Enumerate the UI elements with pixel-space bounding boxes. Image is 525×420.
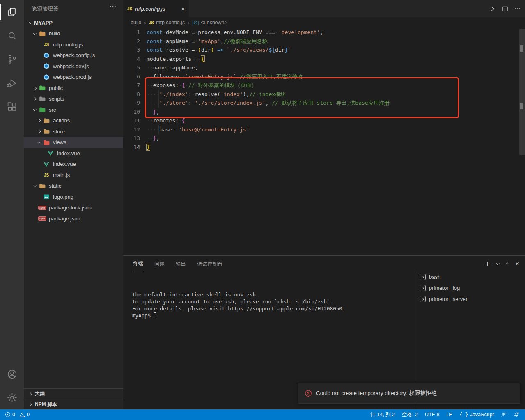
tree-item-src[interactable]: src: [24, 104, 123, 115]
tree-item-mfp-config-js[interactable]: JSmfp.config.js: [24, 39, 123, 50]
webpack-file-icon: [42, 63, 50, 69]
tree-item-views[interactable]: views: [24, 137, 123, 148]
feedback-icon[interactable]: [501, 412, 507, 418]
line-number: 13: [123, 134, 143, 143]
notifications-bell-icon[interactable]: [514, 412, 519, 418]
language-mode[interactable]: { } JavaScript: [459, 412, 494, 418]
code-line-7[interactable]: 7··exposes:·{·//·对外暴露的模块（页面）: [123, 81, 525, 90]
tree-item-label: package.json: [49, 216, 80, 222]
tree-root-myapp[interactable]: MYAPP: [24, 17, 123, 28]
code-line-6[interactable]: 6··filename:·`remoteEntry.js`,//微应用入口,不建…: [123, 72, 525, 81]
chevron-down-icon: [27, 22, 34, 23]
tree-item-static[interactable]: static: [24, 181, 123, 192]
activity-settings-gear-icon[interactable]: [0, 387, 24, 408]
error-circle-icon: [305, 390, 312, 397]
panel-tab-终端[interactable]: 终端: [133, 256, 143, 271]
notification-toast[interactable]: Could not create temporary directory: 权限…: [298, 383, 520, 404]
chevron-down-icon: [31, 109, 38, 110]
maximize-panel-icon[interactable]: [506, 262, 509, 266]
panel-tab-输出[interactable]: 输出: [176, 257, 186, 271]
activity-account-icon[interactable]: [0, 364, 24, 384]
tree-item-main-js[interactable]: JSmain.js: [24, 170, 123, 181]
eol-setting[interactable]: LF: [446, 412, 452, 418]
chevron-down-icon[interactable]: [497, 263, 499, 264]
tree-item-package-lock-json[interactable]: npmpackage-lock.json: [24, 202, 123, 213]
npm-file-icon: npm: [38, 215, 46, 222]
editor-more-actions-icon[interactable]: ⋯: [514, 5, 521, 12]
activity-source-control-icon[interactable]: [0, 49, 24, 69]
tree-item-scripts[interactable]: scripts: [24, 94, 123, 105]
panel-tab-调试控制台[interactable]: 调试控制台: [197, 257, 223, 271]
terminal-cursor: [154, 312, 156, 318]
breadcrumb-item[interactable]: build: [131, 20, 141, 25]
terminal-output[interactable]: The default interactive shell is now zsh…: [132, 291, 345, 319]
split-editor-icon[interactable]: [502, 5, 509, 12]
problems-indicator[interactable]: 0 0: [5, 412, 30, 418]
code-area[interactable]: 1const·devMode·=·process.env.NODE_ENV·==…: [123, 28, 525, 151]
breadcrumb-item[interactable]: mfp.config.js: [156, 20, 185, 25]
editor-scrollbar[interactable]: [519, 29, 525, 155]
tree-item-actions[interactable]: actions: [24, 115, 123, 126]
tree-item-index-vue[interactable]: index.vue: [24, 148, 123, 159]
tree-item-webpack-dev-js[interactable]: webpack.dev.js: [24, 61, 123, 72]
line-number: 12: [123, 125, 143, 134]
code-line-9[interactable]: 9····'./store':·'./src/store/index.js',·…: [123, 99, 525, 108]
text-cursor: [150, 143, 151, 150]
symbol-icon: [∅]: [193, 20, 199, 25]
tree-item-store[interactable]: store: [24, 126, 123, 137]
terminal-prompt[interactable]: myApp$: [132, 312, 345, 319]
line-number: 9: [123, 99, 143, 108]
js-file-icon: JS: [149, 21, 154, 25]
indentation-setting[interactable]: 空格: 2: [402, 411, 418, 418]
terminal-instance-primeton_server[interactable]: primeton_server: [414, 294, 525, 305]
tree-item-public[interactable]: public: [24, 83, 123, 94]
code-line-13[interactable]: 13··},: [123, 134, 525, 143]
tree-item-index-vue[interactable]: index.vue: [24, 159, 123, 170]
encoding-setting[interactable]: UTF-8: [425, 412, 439, 418]
new-terminal-icon[interactable]: +: [485, 260, 490, 268]
braces-icon: { }: [459, 412, 468, 418]
breadcrumb-item[interactable]: <unknown>: [201, 20, 227, 25]
scrollbar-decoration: [520, 45, 523, 52]
run-file-icon[interactable]: [489, 5, 496, 12]
tree-item-webpack-prod-js[interactable]: webpack.prod.js: [24, 72, 123, 83]
terminal-instance-bash[interactable]: bash: [414, 271, 525, 282]
sidebar-section-npm-scripts[interactable]: NPM 脚本: [24, 399, 123, 410]
activity-files-icon[interactable]: [0, 2, 24, 22]
chevron-right-icon: [26, 404, 33, 406]
tree-item-logo-png[interactable]: logo.png: [24, 191, 123, 202]
sidebar-more-actions-icon[interactable]: ⋯: [110, 2, 117, 10]
code-line-14[interactable]: 14}: [123, 143, 525, 152]
tree-item-build[interactable]: build: [24, 28, 123, 39]
code-line-2[interactable]: 2const·appName·=·'myApp';//微前端应用名称: [123, 37, 525, 46]
line-number: 10: [123, 108, 143, 117]
activity-search-icon[interactable]: [0, 25, 24, 46]
code-line-8[interactable]: 8····'./index':·resolve('index'),//·inde…: [123, 90, 525, 99]
activity-bar: [0, 0, 24, 409]
code-line-5[interactable]: 5··name:·appName,: [123, 63, 525, 72]
panel-tab-问题[interactable]: 问题: [154, 257, 165, 271]
tree-item-label: webpack.dev.js: [53, 63, 89, 69]
code-line-1[interactable]: 1const·devMode·=·process.env.NODE_ENV·==…: [123, 28, 525, 37]
tab-mfp-config-js[interactable]: JS mfp.config.js ×: [123, 0, 189, 17]
code-line-10[interactable]: 10··},: [123, 108, 525, 117]
notification-message: Could not create temporary directory: 权限…: [316, 390, 437, 397]
panel-actions: +×: [485, 256, 519, 271]
tree-item-label: build: [49, 30, 60, 37]
sidebar-section-outline[interactable]: 大纲: [24, 388, 123, 399]
code-line-3[interactable]: 3const·resolve·=·(dir)·=>·`./src/views/$…: [123, 46, 525, 55]
tree-item-package-json[interactable]: npmpackage.json: [24, 213, 123, 224]
code-line-4[interactable]: 4module.exports·=·{: [123, 55, 525, 64]
code-line-11[interactable]: 11··remotes:·{: [123, 116, 525, 125]
terminal-icon: [420, 274, 426, 280]
tree-item-label: webpack.config.js: [53, 52, 95, 58]
close-panel-icon[interactable]: ×: [515, 260, 519, 267]
breadcrumb[interactable]: build›JSmfp.config.js›[∅]<unknown>: [123, 17, 525, 28]
code-line-12[interactable]: 12····base:·'base@/remoteEntry.js': [123, 125, 525, 134]
terminal-instance-primeton_log[interactable]: primeton_log: [414, 282, 525, 294]
tree-item-webpack-config-js[interactable]: webpack.config.js: [24, 50, 123, 61]
tab-close-icon[interactable]: ×: [181, 6, 185, 12]
activity-run-debug-icon[interactable]: [0, 73, 24, 93]
cursor-position[interactable]: 行 14, 列 2: [370, 411, 395, 418]
activity-extensions-icon[interactable]: [0, 96, 24, 117]
